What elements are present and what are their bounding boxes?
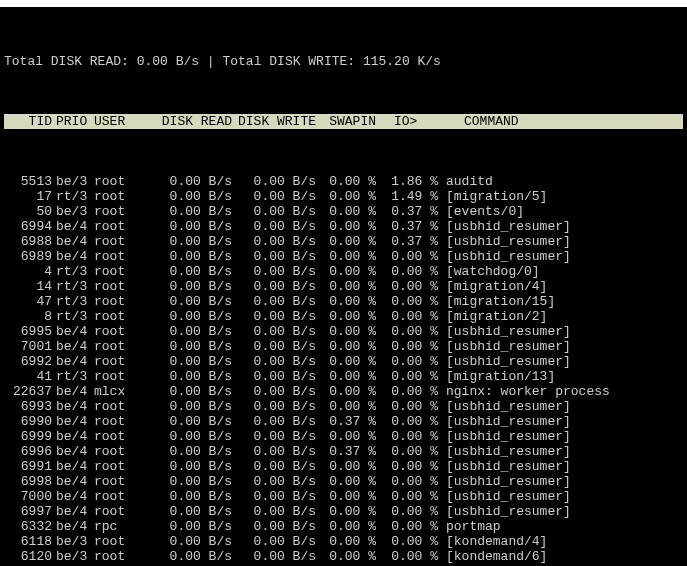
process-row[interactable]: 6118be/3root0.00 B/s0.00 B/s0.00 %0.00 %… xyxy=(4,534,683,549)
process-row[interactable]: 6997be/4root0.00 B/s0.00 B/s0.00 %0.00 %… xyxy=(4,504,683,519)
cell-prio: rt/3 xyxy=(56,189,94,204)
cell-io: 0.00 % xyxy=(382,489,444,504)
col-header-user[interactable]: USER xyxy=(94,114,152,129)
cell-dwrite: 0.00 B/s xyxy=(236,204,320,219)
cell-tid: 8 xyxy=(4,309,56,324)
process-row[interactable]: 22637be/4mlcx0.00 B/s0.00 B/s0.00 %0.00 … xyxy=(4,384,683,399)
cell-dwrite: 0.00 B/s xyxy=(236,309,320,324)
cell-io: 0.00 % xyxy=(382,504,444,519)
cell-tid: 4 xyxy=(4,264,56,279)
col-header-dwrite[interactable]: DISK WRITE xyxy=(236,114,320,129)
cell-io: 0.00 % xyxy=(382,444,444,459)
cell-cmd: [kondemand/4] xyxy=(444,534,683,549)
cell-io: 0.37 % xyxy=(382,234,444,249)
cell-cmd: portmap xyxy=(444,519,683,534)
col-header-swapin[interactable]: SWAPIN xyxy=(320,114,382,129)
cell-tid: 6989 xyxy=(4,249,56,264)
cell-user: root xyxy=(94,234,152,249)
process-row[interactable]: 6990be/4root0.00 B/s0.00 B/s0.37 %0.00 %… xyxy=(4,414,683,429)
process-row[interactable]: 47rt/3root0.00 B/s0.00 B/s0.00 %0.00 %[m… xyxy=(4,294,683,309)
cell-dread: 0.00 B/s xyxy=(152,354,236,369)
cell-cmd: [events/0] xyxy=(444,204,683,219)
cell-tid: 6332 xyxy=(4,519,56,534)
cell-io: 0.00 % xyxy=(382,339,444,354)
cell-dwrite: 0.00 B/s xyxy=(236,294,320,309)
process-row[interactable]: 6120be/3root0.00 B/s0.00 B/s0.00 %0.00 %… xyxy=(4,549,683,564)
cell-io: 0.00 % xyxy=(382,414,444,429)
process-row[interactable]: 6999be/4root0.00 B/s0.00 B/s0.00 %0.00 %… xyxy=(4,429,683,444)
process-row[interactable]: 6996be/4root0.00 B/s0.00 B/s0.37 %0.00 %… xyxy=(4,444,683,459)
process-row[interactable]: 6992be/4root0.00 B/s0.00 B/s0.00 %0.00 %… xyxy=(4,354,683,369)
process-row[interactable]: 6993be/4root0.00 B/s0.00 B/s0.00 %0.00 %… xyxy=(4,399,683,414)
cell-io: 0.37 % xyxy=(382,219,444,234)
process-row[interactable]: 7001be/4root0.00 B/s0.00 B/s0.00 %0.00 %… xyxy=(4,339,683,354)
cell-prio: be/4 xyxy=(56,414,94,429)
cell-tid: 14 xyxy=(4,279,56,294)
cell-swapin: 0.00 % xyxy=(320,234,382,249)
cell-io: 0.00 % xyxy=(382,384,444,399)
process-row[interactable]: 6988be/4root0.00 B/s0.00 B/s0.00 %0.37 %… xyxy=(4,234,683,249)
window-titlebar[interactable] xyxy=(0,0,687,7)
process-row[interactable]: 14rt/3root0.00 B/s0.00 B/s0.00 %0.00 %[m… xyxy=(4,279,683,294)
cell-dwrite: 0.00 B/s xyxy=(236,249,320,264)
cell-swapin: 0.00 % xyxy=(320,519,382,534)
cell-io: 0.00 % xyxy=(382,429,444,444)
col-header-tid[interactable]: TID xyxy=(4,114,56,129)
col-header-prio[interactable]: PRIO xyxy=(56,114,94,129)
cell-swapin: 0.37 % xyxy=(320,414,382,429)
cell-tid: 6991 xyxy=(4,459,56,474)
process-row[interactable]: 17rt/3root0.00 B/s0.00 B/s0.00 %1.49 %[m… xyxy=(4,189,683,204)
cell-prio: be/4 xyxy=(56,354,94,369)
cell-prio: be/4 xyxy=(56,489,94,504)
process-row[interactable]: 6989be/4root0.00 B/s0.00 B/s0.00 %0.00 %… xyxy=(4,249,683,264)
cell-user: root xyxy=(94,189,152,204)
cell-user: root xyxy=(94,249,152,264)
cell-prio: be/3 xyxy=(56,534,94,549)
cell-prio: rt/3 xyxy=(56,309,94,324)
cell-user: root xyxy=(94,279,152,294)
cell-dwrite: 0.00 B/s xyxy=(236,549,320,564)
cell-dwrite: 0.00 B/s xyxy=(236,504,320,519)
process-row[interactable]: 5513be/3root0.00 B/s0.00 B/s0.00 %1.86 %… xyxy=(4,174,683,189)
cell-dread: 0.00 B/s xyxy=(152,444,236,459)
cell-tid: 6994 xyxy=(4,219,56,234)
cell-prio: be/4 xyxy=(56,459,94,474)
cell-dread: 0.00 B/s xyxy=(152,534,236,549)
cell-swapin: 0.00 % xyxy=(320,384,382,399)
cell-swapin: 0.00 % xyxy=(320,249,382,264)
process-row[interactable]: 6995be/4root0.00 B/s0.00 B/s0.00 %0.00 %… xyxy=(4,324,683,339)
process-list: 5513be/3root0.00 B/s0.00 B/s0.00 %1.86 %… xyxy=(4,174,683,566)
process-row[interactable]: 4rt/3root0.00 B/s0.00 B/s0.00 %0.00 %[wa… xyxy=(4,264,683,279)
cell-cmd: [migration/2] xyxy=(444,309,683,324)
cell-prio: be/3 xyxy=(56,549,94,564)
process-row[interactable]: 6998be/4root0.00 B/s0.00 B/s0.00 %0.00 %… xyxy=(4,474,683,489)
cell-tid: 6992 xyxy=(4,354,56,369)
process-row[interactable]: 6991be/4root0.00 B/s0.00 B/s0.00 %0.00 %… xyxy=(4,459,683,474)
cell-swapin: 0.00 % xyxy=(320,354,382,369)
process-row[interactable]: 6994be/4root0.00 B/s0.00 B/s0.00 %0.37 %… xyxy=(4,219,683,234)
cell-tid: 6993 xyxy=(4,399,56,414)
process-row[interactable]: 50be/3root0.00 B/s0.00 B/s0.00 %0.37 %[e… xyxy=(4,204,683,219)
col-header-cmd[interactable]: COMMAND xyxy=(450,114,683,129)
cell-io: 0.00 % xyxy=(382,249,444,264)
col-header-dread[interactable]: DISK READ xyxy=(152,114,236,129)
process-row[interactable]: 6332be/4rpc0.00 B/s0.00 B/s0.00 %0.00 %p… xyxy=(4,519,683,534)
process-row[interactable]: 8rt/3root0.00 B/s0.00 B/s0.00 %0.00 %[mi… xyxy=(4,309,683,324)
cell-cmd: [migration/13] xyxy=(444,369,683,384)
process-row[interactable]: 41rt/3root0.00 B/s0.00 B/s0.00 %0.00 %[m… xyxy=(4,369,683,384)
cell-user: root xyxy=(94,534,152,549)
summary-line: Total DISK READ: 0.00 B/s | Total DISK W… xyxy=(4,54,683,69)
cell-dread: 0.00 B/s xyxy=(152,459,236,474)
cell-dwrite: 0.00 B/s xyxy=(236,264,320,279)
cell-dread: 0.00 B/s xyxy=(152,549,236,564)
process-row[interactable]: 7000be/4root0.00 B/s0.00 B/s0.00 %0.00 %… xyxy=(4,489,683,504)
cell-cmd: [usbhid_resumer] xyxy=(444,354,683,369)
cell-cmd: [kondemand/6] xyxy=(444,549,683,564)
cell-dread: 0.00 B/s xyxy=(152,399,236,414)
column-header-row[interactable]: TID PRIO USER DISK READ DISK WRITE SWAPI… xyxy=(4,114,683,129)
cell-swapin: 0.00 % xyxy=(320,294,382,309)
cell-prio: rt/3 xyxy=(56,369,94,384)
cell-prio: rt/3 xyxy=(56,279,94,294)
col-header-io[interactable]: IO> xyxy=(382,114,450,129)
cell-swapin: 0.00 % xyxy=(320,204,382,219)
